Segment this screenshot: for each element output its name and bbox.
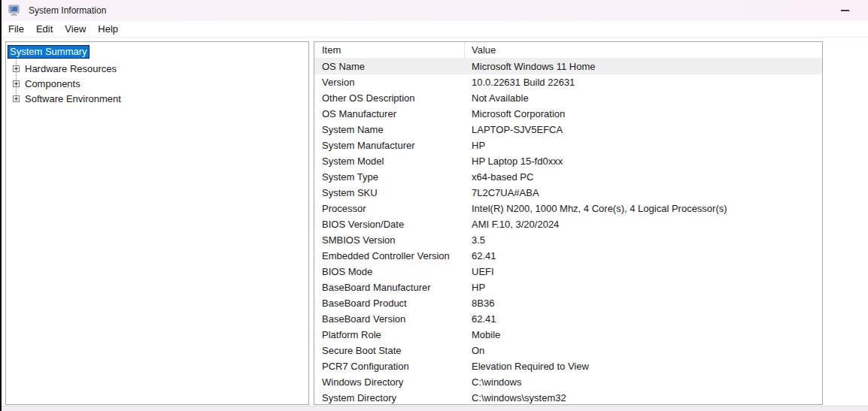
row-item-cell: System Directory [314, 390, 465, 405]
menu-bar: FileEditViewHelp [2, 21, 868, 38]
row-item-cell: Windows Directory [314, 374, 465, 390]
row-value-cell: Elevation Required to View [465, 358, 822, 374]
row-item-cell: PCR7 Configuration [314, 358, 465, 374]
tree-item-hardware-resources[interactable]: Hardware Resources [6, 61, 308, 76]
minimize-button[interactable] [827, 0, 862, 21]
row-value-cell: HP Laptop 15-fd0xxx [465, 153, 822, 169]
row-item-cell: SMBIOS Version [314, 232, 465, 248]
row-item-cell: BaseBoard Manufacturer [314, 280, 465, 295]
row-item-cell: Embedded Controller Version [314, 248, 465, 264]
category-tree-panel: System Summary Hardware ResourcesCompone… [5, 41, 309, 405]
row-item-cell: System Model [314, 153, 465, 169]
table-row[interactable]: BIOS Version/DateAMI F.10, 3/20/2024 [314, 216, 822, 232]
row-value-cell: 62.41 [465, 311, 822, 327]
tree-item-system-summary[interactable]: System Summary [8, 45, 90, 59]
row-item-cell: OS Name [314, 59, 465, 74]
tree-item-label: Hardware Resources [25, 63, 117, 74]
table-row[interactable]: OS ManufacturerMicrosoft Corporation [314, 106, 822, 122]
row-item-cell: BaseBoard Version [314, 311, 465, 327]
row-value-cell: C:\windows\system32 [465, 390, 822, 405]
row-item-cell: Platform Role [314, 327, 465, 343]
title-bar: System Information [2, 0, 868, 21]
row-item-cell: System Manufacturer [314, 138, 465, 153]
table-row[interactable]: BaseBoard Version62.41 [314, 311, 822, 327]
table-row[interactable]: Version10.0.22631 Build 22631 [314, 74, 822, 90]
expand-plus-icon[interactable] [13, 95, 20, 102]
table-row[interactable]: Platform RoleMobile [314, 327, 822, 343]
table-row[interactable]: BaseBoard ManufacturerHP [314, 280, 822, 295]
content-area: System Summary Hardware ResourcesCompone… [2, 38, 868, 411]
table-row[interactable]: System NameLAPTOP-SJV5EFCA [314, 122, 822, 138]
table-row[interactable]: Other OS DescriptionNot Available [314, 90, 822, 106]
table-row[interactable]: ProcessorIntel(R) N200, 1000 Mhz, 4 Core… [314, 201, 822, 216]
row-value-cell: LAPTOP-SJV5EFCA [465, 122, 822, 138]
row-item-cell: Version [314, 74, 465, 90]
table-row[interactable]: BIOS ModeUEFI [314, 264, 822, 280]
list-header: Item Value [314, 42, 822, 59]
row-value-cell: C:\windows [465, 374, 822, 390]
row-value-cell: x64-based PC [465, 169, 822, 185]
row-value-cell: 7L2C7UA#ABA [465, 185, 822, 201]
row-value-cell: Microsoft Windows 11 Home [465, 59, 822, 74]
column-header-item[interactable]: Item [314, 42, 465, 58]
row-item-cell: BaseBoard Product [314, 295, 465, 311]
row-value-cell: 62.41 [465, 248, 822, 264]
row-item-cell: Processor [314, 201, 465, 216]
row-value-cell: 3.5 [465, 232, 822, 248]
tree-children: Hardware ResourcesComponentsSoftware Env… [6, 61, 308, 106]
table-row[interactable]: System ManufacturerHP [314, 138, 822, 153]
row-value-cell: 10.0.22631 Build 22631 [465, 74, 822, 90]
minimize-icon [841, 10, 849, 11]
row-value-cell: UEFI [465, 264, 822, 280]
column-header-value[interactable]: Value [465, 42, 822, 58]
status-strip [0, 406, 868, 411]
window-title: System Information [29, 5, 106, 16]
details-list-panel: Item Value OS NameMicrosoft Windows 11 H… [314, 41, 823, 405]
table-row[interactable]: PCR7 ConfigurationElevation Required to … [314, 358, 822, 374]
table-row[interactable]: BaseBoard Product8B36 [314, 295, 822, 311]
expand-plus-icon[interactable] [13, 65, 20, 72]
system-information-app-icon [8, 5, 21, 17]
table-row[interactable]: SMBIOS Version3.5 [314, 232, 822, 248]
table-row[interactable]: Windows DirectoryC:\windows [314, 374, 822, 390]
tree-item-components[interactable]: Components [6, 76, 308, 91]
tree-item-label: Software Environment [25, 93, 121, 104]
expand-plus-icon[interactable] [13, 80, 20, 87]
row-item-cell: Other OS Description [314, 90, 465, 106]
menu-item-file[interactable]: File [2, 22, 30, 36]
menu-item-view[interactable]: View [59, 22, 92, 36]
table-row[interactable]: System Typex64-based PC [314, 169, 822, 185]
row-value-cell: 8B36 [465, 295, 822, 311]
row-item-cell: BIOS Version/Date [314, 216, 465, 232]
tree-item-label: Components [25, 78, 80, 89]
row-value-cell: HP [465, 280, 822, 295]
row-item-cell: Secure Boot State [314, 343, 465, 358]
list-body: OS NameMicrosoft Windows 11 HomeVersion1… [314, 59, 822, 405]
table-row[interactable]: System DirectoryC:\windows\system32 [314, 390, 822, 405]
row-value-cell: Intel(R) N200, 1000 Mhz, 4 Core(s), 4 Lo… [465, 201, 822, 216]
row-value-cell: Mobile [465, 327, 822, 343]
row-value-cell: Microsoft Corporation [465, 106, 822, 122]
row-item-cell: System Type [314, 169, 465, 185]
menu-item-help[interactable]: Help [92, 22, 124, 36]
row-item-cell: BIOS Mode [314, 264, 465, 280]
menu-item-edit[interactable]: Edit [30, 22, 59, 36]
row-item-cell: System SKU [314, 185, 465, 201]
table-row[interactable]: System SKU7L2C7UA#ABA [314, 185, 822, 201]
row-item-cell: System Name [314, 122, 465, 138]
row-value-cell: HP [465, 138, 822, 153]
table-row[interactable]: Embedded Controller Version62.41 [314, 248, 822, 264]
row-value-cell: AMI F.10, 3/20/2024 [465, 216, 822, 232]
tree-item-software-environment[interactable]: Software Environment [6, 91, 308, 106]
table-row[interactable]: System ModelHP Laptop 15-fd0xxx [314, 153, 822, 169]
row-value-cell: On [465, 343, 822, 358]
row-value-cell: Not Available [465, 90, 822, 106]
row-item-cell: OS Manufacturer [314, 106, 465, 122]
table-row[interactable]: Secure Boot StateOn [314, 343, 822, 358]
table-row[interactable]: OS NameMicrosoft Windows 11 Home [314, 59, 822, 74]
